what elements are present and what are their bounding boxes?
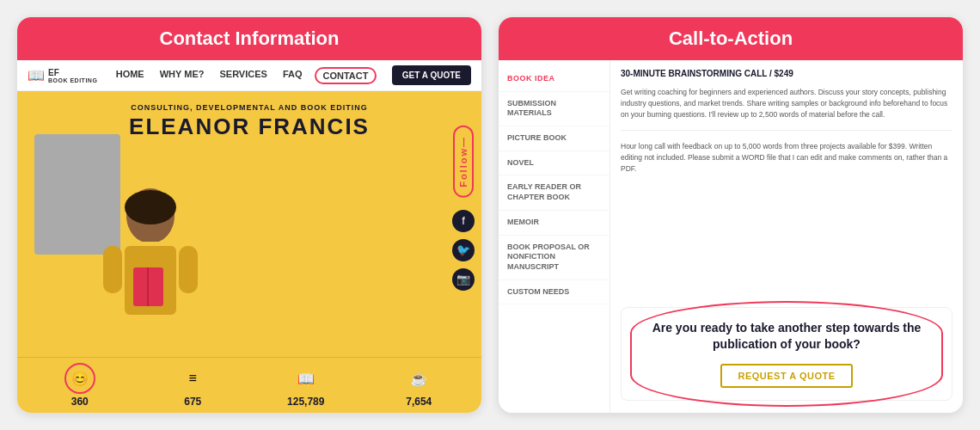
service-desc-1: Get writing coaching for beginners and e… <box>621 87 952 120</box>
left-panel: Contact Information 📖 EF BOOK EDITING HO… <box>17 17 481 413</box>
person-figure <box>86 181 215 353</box>
stat-item-2: ≡ 675 <box>139 363 248 408</box>
nav-logo: 📖 EF BOOK EDITING <box>28 67 97 83</box>
book-icon: 📖 <box>28 67 45 83</box>
stat-value-3: 125,789 <box>287 396 324 408</box>
menu-novel[interactable]: NOVEL <box>499 151 609 176</box>
stat-icon-4: ☕ <box>403 363 434 394</box>
svg-point-3 <box>125 190 176 224</box>
stat-icon-1: 😊 <box>64 363 95 394</box>
nav-services[interactable]: SERVICES <box>216 67 270 84</box>
stat-item-1: 😊 360 <box>26 363 134 408</box>
stat-item-3: 📖 125,789 <box>252 363 360 408</box>
cta-swirl-decoration <box>630 301 943 407</box>
content-divider <box>621 130 952 131</box>
instagram-icon[interactable]: 📷 <box>452 268 475 291</box>
menu-memoir[interactable]: MEMOIR <box>499 211 609 236</box>
cta-container: Are you ready to take another step towar… <box>621 304 952 404</box>
right-panel-header: Call-to-Action <box>499 17 963 60</box>
stats-bar: 😊 360 ≡ 675 📖 125,789 ☕ 7,654 <box>17 357 481 413</box>
stat-icon-3: 📖 <box>291 363 322 394</box>
svg-rect-7 <box>179 246 198 293</box>
stat-value-4: 7,654 <box>406 396 432 408</box>
menu-book-idea[interactable]: BOOK IDEA <box>499 67 609 92</box>
hero-name: ELEANOR FRANCIS <box>17 115 481 138</box>
menu-early-reader[interactable]: EARLY READER OR CHAPTER BOOK <box>499 175 609 210</box>
stat-item-4: ☕ 7,654 <box>365 363 474 408</box>
right-panel: Call-to-Action BOOK IDEA SUBMISSION MATE… <box>499 17 963 413</box>
cta-box: Are you ready to take another step towar… <box>621 307 952 401</box>
stat-value-2: 675 <box>184 396 201 408</box>
hero-subtitle: CONSULTING, DEVELOPMENTAL AND BOOK EDITI… <box>17 91 481 115</box>
stat-icon-2: ≡ <box>177 363 208 394</box>
nav-contact[interactable]: CONTACT <box>315 67 377 84</box>
service-content: 30-MINUTE BRAINSTORMING CALL / $249 Get … <box>610 60 963 413</box>
facebook-icon[interactable]: f <box>452 210 475 232</box>
left-panel-header: Contact Information <box>17 17 481 60</box>
cta-text: Are you ready to take another step towar… <box>635 320 938 353</box>
follow-sidebar: Follow— f 🐦 📷 <box>452 126 475 291</box>
menu-submission[interactable]: SUBMISSION MATERIALS <box>499 92 609 126</box>
svg-rect-6 <box>103 246 122 293</box>
logo-ef: EF <box>48 68 97 77</box>
stat-value-1: 360 <box>71 396 89 408</box>
right-content-area: BOOK IDEA SUBMISSION MATERIALS PICTURE B… <box>499 60 963 413</box>
menu-custom-needs[interactable]: CUSTOM NEEDS <box>499 280 609 305</box>
service-desc-2: Hour long call with feedback on up to 5,… <box>621 141 952 174</box>
nav-whyme[interactable]: WHY ME? <box>156 67 208 84</box>
menu-picture-book[interactable]: PICTURE BOOK <box>499 126 609 151</box>
nav-links: HOME WHY ME? SERVICES FAQ CONTACT <box>109 67 380 84</box>
logo-subtitle: BOOK EDITING <box>48 77 97 83</box>
nav-home[interactable]: HOME <box>113 67 148 84</box>
service-title: 30-MINUTE BRAINSTORMING CALL / $249 <box>621 69 952 78</box>
nav-faq[interactable]: FAQ <box>279 67 306 84</box>
sidebar-menu: BOOK IDEA SUBMISSION MATERIALS PICTURE B… <box>499 60 610 413</box>
request-quote-button[interactable]: REQUEST A QUOTE <box>720 364 852 388</box>
hero-section: CONSULTING, DEVELOPMENTAL AND BOOK EDITI… <box>17 91 481 357</box>
nav-bar: 📖 EF BOOK EDITING HOME WHY ME? SERVICES … <box>17 60 481 91</box>
twitter-icon[interactable]: 🐦 <box>452 239 475 261</box>
menu-book-proposal[interactable]: BOOK PROPOSAL OR NONFICTION MANUSCRIPT <box>499 236 609 280</box>
nav-cta-button[interactable]: GET A QUOTE <box>392 65 471 85</box>
